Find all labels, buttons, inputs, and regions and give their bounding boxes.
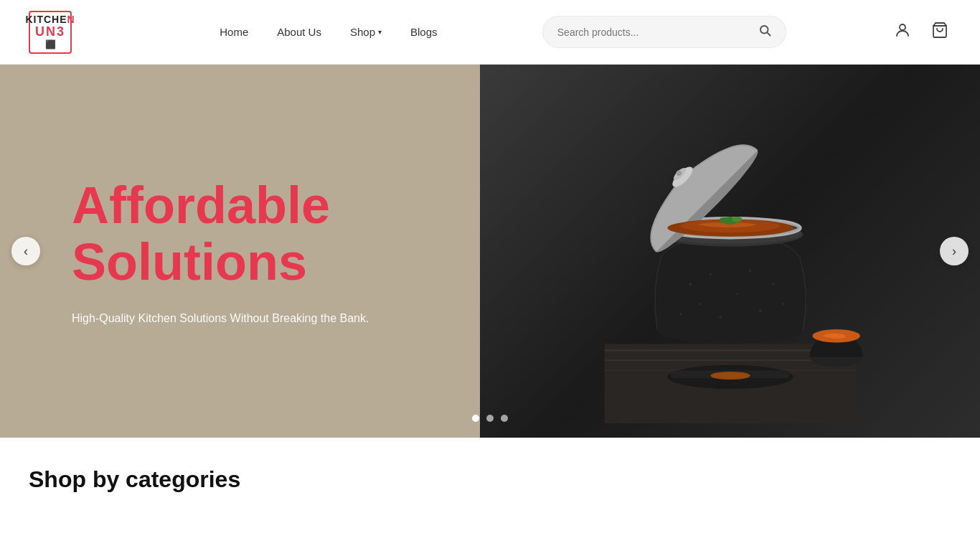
search-input[interactable] <box>557 27 758 38</box>
hero-subtitle: High-Quality Kitchen Solutions Without B… <box>72 312 451 325</box>
site-header: KITCHEN UN3 ⬛ Home About Us Shop ▾ Blogs <box>0 0 980 65</box>
svg-point-16 <box>736 293 738 296</box>
search-icon <box>758 25 771 39</box>
nav-shop[interactable]: Shop ▾ <box>350 26 382 38</box>
hero-title-line1: Affordable <box>72 177 451 234</box>
soup-warmer-illustration <box>594 79 867 423</box>
logo-accent: N <box>67 14 75 25</box>
cart-button[interactable] <box>928 19 951 46</box>
svg-point-10 <box>710 372 750 380</box>
svg-point-20 <box>679 313 682 315</box>
svg-point-18 <box>758 309 761 312</box>
nav-about[interactable]: About Us <box>277 26 321 38</box>
carousel-dot-3[interactable] <box>501 415 508 422</box>
hero-title-line2: Solutions <box>72 234 451 291</box>
search-bar <box>542 16 786 48</box>
svg-point-15 <box>719 316 722 319</box>
hero-left-panel: Affordable Solutions High-Quality Kitche… <box>0 65 480 438</box>
carousel-next-button[interactable]: › <box>940 237 969 265</box>
hero-right-panel <box>480 65 980 438</box>
carousel-dot-2[interactable] <box>486 415 494 422</box>
logo-area: KITCHEN UN3 ⬛ <box>29 11 72 54</box>
carousel-dot-1[interactable] <box>472 415 479 422</box>
carousel-prev-button[interactable]: ‹ <box>11 237 40 265</box>
carousel-dots <box>472 415 508 422</box>
logo-bottom-text: UN3 <box>35 25 65 39</box>
categories-title: Shop by categories <box>29 466 951 493</box>
svg-point-12 <box>689 283 692 286</box>
nav-home[interactable]: Home <box>220 26 248 38</box>
header-actions <box>891 19 951 46</box>
hero-section: Affordable Solutions High-Quality Kitche… <box>0 65 980 438</box>
svg-point-13 <box>699 303 702 305</box>
search-button[interactable] <box>758 24 771 40</box>
svg-point-19 <box>772 283 774 286</box>
logo-top-text: KITCHEN <box>25 14 75 25</box>
svg-point-34 <box>719 217 728 222</box>
chevron-left-icon: ‹ <box>24 244 28 259</box>
svg-point-21 <box>782 303 784 305</box>
svg-line-1 <box>767 32 770 35</box>
hero-title: Affordable Solutions <box>72 177 451 291</box>
svg-point-14 <box>710 273 712 276</box>
svg-point-33 <box>732 217 743 222</box>
nav-blogs[interactable]: Blogs <box>410 26 438 38</box>
svg-point-2 <box>900 24 905 30</box>
main-nav: Home About Us Shop ▾ Blogs <box>220 26 437 38</box>
user-account-button[interactable] <box>891 19 914 46</box>
logo-icon: ⬛ <box>45 39 56 50</box>
chevron-down-icon: ▾ <box>378 28 382 36</box>
chevron-right-icon: › <box>952 244 956 259</box>
logo[interactable]: KITCHEN UN3 ⬛ <box>29 11 72 54</box>
svg-point-17 <box>749 270 751 272</box>
hero-image <box>480 65 980 438</box>
categories-section: Shop by categories <box>0 438 980 507</box>
